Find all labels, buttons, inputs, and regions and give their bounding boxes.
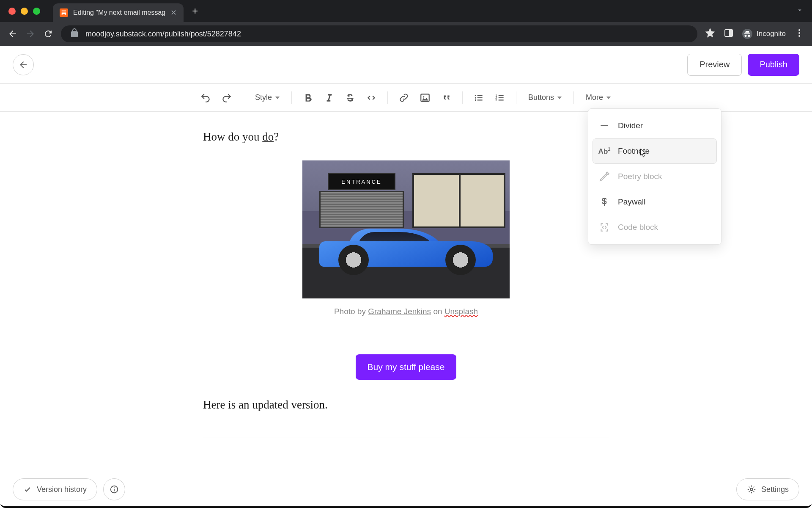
strikethrough-button[interactable]	[341, 88, 359, 107]
svg-point-16	[750, 488, 753, 491]
reload-button[interactable]	[43, 29, 53, 39]
menu-item-paywall[interactable]: Paywall	[593, 189, 717, 215]
back-button[interactable]	[8, 29, 18, 39]
gear-icon	[747, 485, 756, 494]
version-history-button[interactable]: Version history	[13, 478, 97, 500]
address-bar: moodjoy.substack.com/publish/post/528278…	[0, 22, 812, 46]
cta-button[interactable]: Buy my stuff please	[356, 354, 457, 380]
settings-label: Settings	[761, 485, 789, 494]
buttons-label: Buttons	[528, 93, 554, 102]
minimize-window-button[interactable]	[21, 8, 28, 15]
embedded-image[interactable]: ENTRANCE	[302, 160, 510, 298]
bookmark-icon[interactable]	[705, 28, 715, 40]
lock-icon	[69, 28, 80, 40]
redo-button[interactable]	[217, 88, 236, 107]
svg-text:3: 3	[495, 98, 497, 102]
info-button[interactable]	[103, 478, 125, 500]
menu-item-poetry-block: Poetry block	[593, 164, 717, 189]
dollar-icon	[598, 196, 610, 208]
version-history-label: Version history	[37, 485, 87, 494]
svg-point-7	[423, 96, 424, 97]
image-caption[interactable]: Photo by Grahame Jenkins on Unsplash	[302, 307, 510, 316]
incognito-icon	[742, 29, 752, 39]
forward-button[interactable]	[25, 29, 36, 39]
svg-point-8	[475, 94, 476, 96]
style-label: Style	[255, 93, 272, 102]
browser-chrome: Editing "My next email messag ✕ + moodjo…	[0, 0, 812, 46]
menu-item-divider[interactable]: Divider	[593, 113, 717, 138]
kebab-menu-icon[interactable]	[794, 28, 804, 40]
chevron-down-icon	[606, 97, 611, 99]
code-inline-button[interactable]	[362, 88, 381, 107]
link-button[interactable]	[395, 88, 413, 107]
editor-toolbar: Style 123 Buttons More	[0, 84, 812, 112]
tab-title: Editing "My next email messag	[73, 9, 165, 17]
caption-source-link[interactable]: Unsplash	[444, 307, 478, 316]
menu-item-label: Footnote	[618, 146, 650, 156]
menu-item-label: Poetry block	[618, 172, 662, 181]
info-icon	[110, 485, 119, 494]
svg-point-4	[798, 32, 800, 34]
chevron-down-icon	[557, 97, 562, 99]
browser-tab[interactable]: Editing "My next email messag ✕	[53, 3, 184, 22]
menu-item-code-block: Code block	[593, 215, 717, 240]
menu-item-footnote[interactable]: Ab1 Footnote	[593, 138, 717, 164]
url-input[interactable]: moodjoy.substack.com/publish/post/528278…	[61, 25, 697, 42]
chevron-down-icon	[275, 97, 280, 99]
bold-button[interactable]	[299, 88, 317, 107]
buttons-dropdown[interactable]: Buttons	[523, 88, 567, 107]
blockquote-button[interactable]	[437, 88, 455, 107]
code-block-icon	[598, 221, 610, 233]
svg-point-10	[475, 99, 476, 100]
check-icon	[23, 485, 32, 494]
numbered-list-button[interactable]: 123	[491, 88, 509, 107]
expand-tabs-icon[interactable]	[796, 6, 804, 16]
svg-point-5	[798, 35, 800, 37]
new-tab-button[interactable]: +	[192, 5, 198, 17]
titlebar: Editing "My next email messag ✕ +	[0, 0, 812, 22]
menu-item-label: Paywall	[618, 197, 645, 207]
close-tab-icon[interactable]: ✕	[170, 8, 177, 17]
svg-point-9	[475, 97, 476, 98]
menu-item-label: Divider	[618, 121, 643, 130]
close-window-button[interactable]	[8, 8, 16, 15]
more-label: More	[586, 93, 603, 102]
divider-icon	[598, 120, 610, 132]
url-text: moodjoy.substack.com/publish/post/528278…	[85, 30, 241, 39]
svg-rect-1	[729, 30, 732, 36]
divider[interactable]	[203, 437, 609, 437]
bullet-list-button[interactable]	[469, 88, 488, 107]
maximize-window-button[interactable]	[33, 8, 40, 15]
substack-favicon	[60, 8, 68, 17]
publish-button[interactable]: Publish	[748, 54, 799, 76]
svg-point-3	[798, 29, 800, 31]
menu-item-label: Code block	[618, 223, 658, 232]
paragraph[interactable]: Here is an updated version.	[203, 398, 609, 411]
undo-button[interactable]	[196, 88, 215, 107]
incognito-indicator[interactable]: Incognito	[742, 29, 786, 39]
italic-button[interactable]	[320, 88, 338, 107]
image-block[interactable]: ENTRANCE Photo by Grahame Jenkins on Uns…	[302, 160, 510, 316]
more-menu: Divider Ab1 Footnote Poetry block Paywal…	[588, 108, 721, 245]
editor-canvas[interactable]: How do you do? ENTRANCE Photo by Grahame…	[203, 112, 609, 456]
more-dropdown[interactable]: More	[581, 88, 616, 107]
back-to-posts-button[interactable]	[13, 54, 34, 75]
svg-point-15	[114, 487, 115, 488]
entrance-sign: ENTRANCE	[328, 173, 395, 190]
paragraph[interactable]: How do you do?	[203, 130, 609, 144]
app-header: Preview Publish	[0, 46, 812, 84]
preview-button[interactable]: Preview	[687, 54, 742, 76]
image-button[interactable]	[416, 88, 434, 107]
pen-icon	[598, 171, 610, 182]
incognito-label: Incognito	[757, 30, 786, 38]
footnote-icon: Ab1	[598, 145, 610, 157]
side-panel-icon[interactable]	[724, 28, 734, 40]
window-controls	[8, 8, 40, 15]
settings-button[interactable]: Settings	[736, 478, 799, 500]
style-dropdown[interactable]: Style	[250, 88, 285, 107]
caption-author-link[interactable]: Grahame Jenkins	[368, 307, 431, 316]
editor-footer: Version history Settings	[0, 478, 812, 500]
